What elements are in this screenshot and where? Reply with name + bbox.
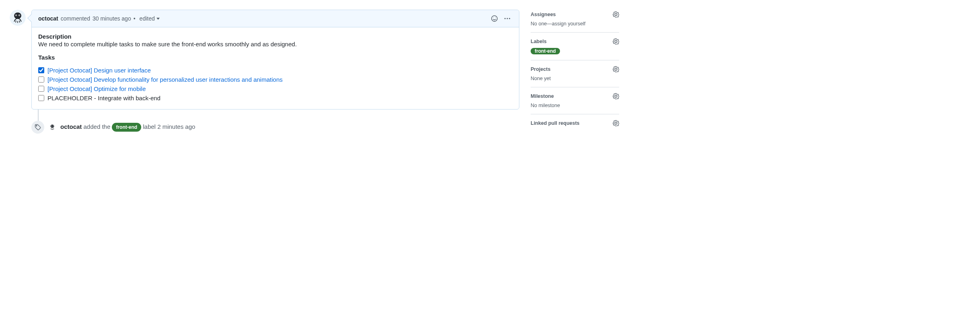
svg-point-5 — [19, 15, 20, 16]
task-link[interactable]: [Project Octocat] Develop functionality … — [47, 76, 282, 83]
svg-point-4 — [16, 15, 16, 16]
task-link[interactable]: [Project Octocat] Optimize for mobile — [47, 85, 146, 92]
linked-prs-gear-button[interactable] — [613, 120, 619, 126]
tag-icon — [35, 124, 41, 130]
edited-dropdown[interactable]: edited — [138, 14, 161, 23]
comment-header: octocat commented 30 minutes ago • edite… — [32, 10, 519, 27]
linked-prs-title: Linked pull requests — [531, 120, 580, 126]
projects-none-text: None yet — [531, 76, 619, 81]
gear-icon — [613, 66, 619, 72]
task-list: [Project Octocat] Design user interface[… — [38, 66, 513, 103]
gear-icon — [613, 93, 619, 99]
projects-gear-button[interactable] — [613, 66, 619, 72]
event-badge — [31, 121, 44, 134]
svg-point-14 — [51, 126, 52, 126]
sidebar-milestone: Milestone No milestone — [531, 93, 619, 114]
labels-gear-button[interactable] — [613, 38, 619, 45]
comment-action-text: commented — [61, 15, 90, 22]
label-pill[interactable]: front-end — [531, 48, 560, 54]
svg-point-11 — [509, 18, 510, 19]
comment-body: Description We need to complete multiple… — [32, 27, 519, 109]
avatar[interactable] — [48, 123, 56, 131]
comment-box: octocat commented 30 minutes ago • edite… — [31, 10, 519, 110]
assignees-gear-button[interactable] — [613, 11, 619, 18]
event-verb-after: label — [143, 123, 156, 130]
sidebar-assignees: Assignees No one—assign yourself — [531, 11, 619, 33]
event-timestamp-link[interactable]: 2 minutes ago — [157, 123, 195, 130]
svg-point-6 — [492, 16, 497, 21]
assign-yourself-link[interactable]: assign yourself — [552, 21, 585, 27]
sidebar-projects: Projects None yet — [531, 66, 619, 87]
event-verb-before: added the — [84, 123, 111, 130]
gear-icon — [613, 120, 619, 126]
kebab-icon — [504, 15, 511, 22]
assignees-none-text: No one— — [531, 21, 552, 27]
sidebar-linked-prs: Linked pull requests — [531, 120, 619, 126]
description-text: We need to complete multiple tasks to ma… — [38, 41, 513, 48]
smiley-icon — [491, 15, 498, 22]
comment-timestamp-link[interactable]: 30 minutes ago — [93, 15, 131, 22]
comment-author-link[interactable]: octocat — [38, 15, 58, 22]
gear-icon — [613, 38, 619, 45]
gear-icon — [613, 11, 619, 18]
svg-point-7 — [493, 18, 494, 18]
task-item: [Project Octocat] Develop functionality … — [38, 75, 513, 84]
description-heading: Description — [38, 33, 513, 40]
projects-title: Projects — [531, 66, 550, 72]
event-label-pill[interactable]: front-end — [112, 123, 141, 132]
task-item: [Project Octocat] Optimize for mobile — [38, 84, 513, 93]
event-author-link[interactable]: octocat — [60, 123, 82, 130]
task-checkbox[interactable] — [38, 67, 44, 73]
task-text: PLACEHOLDER - Integrate with back-end — [47, 95, 161, 101]
sidebar: Assignees No one—assign yourself Labels … — [531, 10, 619, 134]
milestone-gear-button[interactable] — [613, 93, 619, 99]
milestone-title: Milestone — [531, 93, 554, 99]
svg-point-10 — [506, 18, 508, 19]
task-checkbox[interactable] — [38, 76, 44, 83]
task-checkbox[interactable] — [38, 86, 44, 92]
labels-title: Labels — [531, 39, 547, 44]
svg-point-15 — [53, 126, 54, 126]
svg-point-9 — [504, 18, 506, 19]
task-link[interactable]: [Project Octocat] Design user interface — [47, 67, 151, 74]
comment-actions-menu[interactable] — [502, 13, 513, 24]
sidebar-labels: Labels front-end — [531, 38, 619, 60]
milestone-none-text: No milestone — [531, 103, 619, 108]
task-checkbox[interactable] — [38, 95, 44, 101]
avatar[interactable] — [10, 10, 26, 26]
svg-point-13 — [51, 125, 54, 128]
task-item: PLACEHOLDER - Integrate with back-end — [38, 93, 513, 103]
timeline-event: octocat added the front-end label 2 minu… — [31, 121, 519, 134]
tasks-heading: Tasks — [38, 54, 513, 61]
assignees-title: Assignees — [531, 12, 556, 17]
svg-point-8 — [495, 18, 496, 18]
add-reaction-button[interactable] — [489, 13, 500, 24]
task-item: [Project Octocat] Design user interface — [38, 66, 513, 75]
dot-separator: • — [134, 15, 136, 22]
chevron-down-icon — [156, 18, 160, 20]
svg-point-1 — [14, 12, 21, 19]
